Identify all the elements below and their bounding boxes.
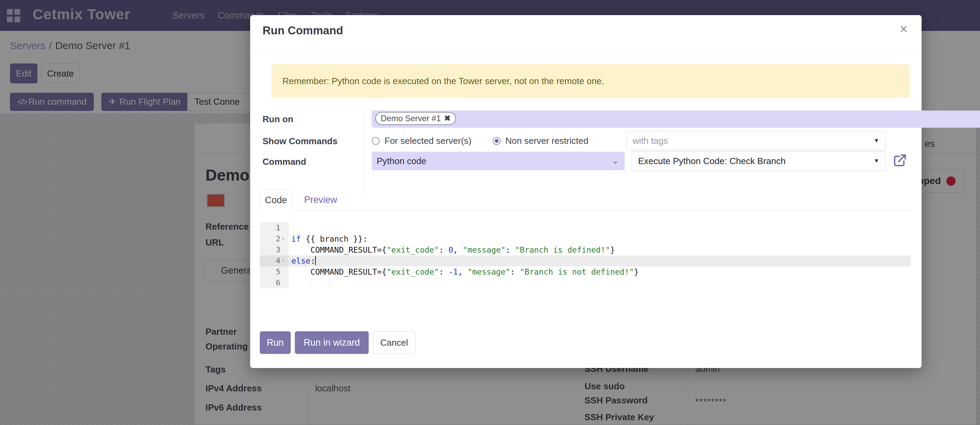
- indent-guide: [310, 278, 311, 289]
- gutter-line-number: 4▾: [260, 255, 289, 266]
- tag-remove-icon[interactable]: ✖: [444, 114, 450, 123]
- code-line-content: COMMAND_RESULT={"exit_code": 0, "message…: [289, 244, 911, 255]
- gutter-line-number: 2▾: [260, 233, 289, 244]
- modal-title: Run Command: [262, 24, 343, 37]
- fold-arrow-icon[interactable]: ▾: [280, 233, 286, 244]
- chevron-down-icon: ⌄: [612, 157, 619, 165]
- gutter-line-number: 3: [260, 244, 289, 255]
- show-commands-label: Show Commands: [262, 136, 337, 147]
- code-line-2[interactable]: 2▾if {{ branch }}:: [260, 233, 911, 244]
- gutter-line-number: 5: [260, 266, 289, 278]
- run-on-label: Run on: [262, 114, 293, 125]
- radio-selected-servers[interactable]: [372, 137, 380, 145]
- form-column-divider: [363, 106, 363, 198]
- run-on-select[interactable]: Demo Server #1 ✖ ▼: [372, 111, 980, 128]
- warning-text: Remember: Python code is executed on the…: [282, 76, 604, 87]
- close-icon[interactable]: ×: [900, 21, 907, 37]
- server-tag-label: Demo Server #1: [381, 114, 441, 123]
- chevron-down-icon: ▼: [873, 158, 879, 165]
- fold-arrow-icon[interactable]: ▾: [280, 255, 286, 266]
- code-line-4[interactable]: 4▾else:: [260, 255, 911, 266]
- command-label: Command: [262, 157, 306, 167]
- text-cursor: [315, 256, 316, 265]
- modal-header-divider: [250, 48, 921, 48]
- tab-code[interactable]: Code: [260, 189, 292, 211]
- code-line-3[interactable]: 3 COMMAND_RESULT={"exit_code": 0, "messa…: [260, 244, 911, 255]
- code-line-content: [289, 278, 911, 289]
- code-editor[interactable]: 12▾if {{ branch }}:3 COMMAND_RESULT={"ex…: [260, 222, 911, 303]
- command-name-select[interactable]: Execute Python Code: Check Branch ▼: [632, 151, 886, 171]
- run-command-modal: Run Command × Remember: Python code is e…: [250, 15, 921, 368]
- gutter-line-number: 1: [260, 222, 289, 233]
- command-type-select[interactable]: Python code ⌄: [372, 152, 625, 170]
- code-line-content: if {{ branch }}:: [289, 233, 911, 244]
- code-line-content: else:: [289, 255, 911, 266]
- code-line-1[interactable]: 1: [260, 222, 911, 233]
- with-tags-select[interactable]: with tags ▼: [626, 131, 886, 151]
- code-line-5[interactable]: 5 COMMAND_RESULT={"exit_code": -1, "mess…: [260, 266, 911, 278]
- external-link-icon[interactable]: [892, 152, 908, 168]
- code-line-content: COMMAND_RESULT={"exit_code": -1, "messag…: [289, 266, 911, 278]
- cancel-button[interactable]: Cancel: [373, 331, 415, 354]
- show-commands-radios: For selected server(s) Non server restri…: [372, 131, 588, 151]
- run-button[interactable]: Run: [260, 331, 291, 354]
- radio-selected-servers-label[interactable]: For selected server(s): [385, 136, 471, 146]
- indent-guide: [329, 278, 329, 289]
- warning-banner: Remember: Python code is executed on the…: [272, 64, 910, 98]
- code-line-content: [289, 222, 911, 233]
- gutter-line-number: 6: [260, 278, 289, 289]
- radio-non-restricted-label[interactable]: Non server restricted: [506, 136, 588, 146]
- tab-preview[interactable]: Preview: [295, 189, 346, 211]
- app-screen: Servers/Demo Server #1 Edit Create </> R…: [0, 0, 980, 425]
- server-tag-pill[interactable]: Demo Server #1 ✖: [375, 112, 456, 125]
- radio-non-restricted[interactable]: [493, 137, 501, 145]
- chevron-down-icon: ▼: [873, 137, 879, 144]
- code-line-6[interactable]: 6: [260, 278, 911, 289]
- run-in-wizard-button[interactable]: Run in wizard: [295, 331, 369, 354]
